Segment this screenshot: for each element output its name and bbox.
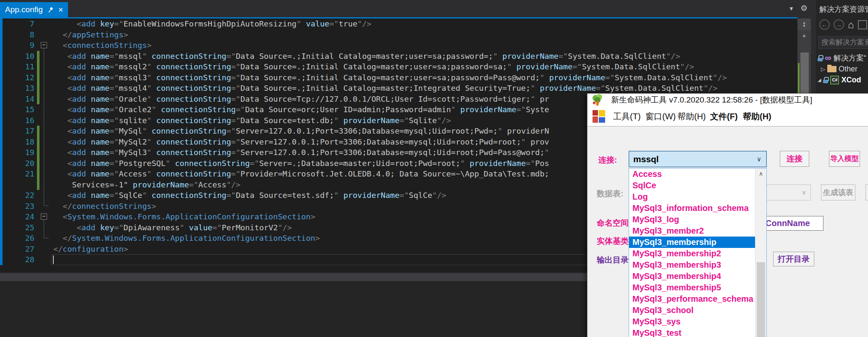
dropdown-item[interactable]: MySql3_membership4 bbox=[629, 271, 755, 282]
code-text: <add name="MySql2" connectionString="Ser… bbox=[53, 137, 549, 147]
fold-toggle bbox=[39, 244, 49, 255]
fold-guide-line bbox=[44, 48, 44, 206]
line-number[interactable]: 18 bbox=[0, 137, 34, 147]
code-line[interactable]: 8 </appSettings> bbox=[0, 29, 797, 40]
line-number[interactable]: 21 bbox=[0, 168, 34, 179]
code-text: <add name="mssql" connectionString="Data… bbox=[53, 51, 680, 62]
menu-tools[interactable]: 工具(T) bbox=[613, 106, 641, 126]
pin-icon[interactable] bbox=[47, 7, 54, 13]
document-dropdown-icon[interactable]: ▼ bbox=[789, 5, 794, 12]
dropdown-item[interactable]: Log bbox=[629, 191, 755, 203]
code-text: <add name="PostgreSQL" connectionString=… bbox=[53, 158, 549, 169]
line-number[interactable]: 13 bbox=[0, 83, 34, 94]
code-line[interactable]: 11 <add name="mssql2" connectionString="… bbox=[0, 61, 797, 72]
import-model-button[interactable]: 导入模型 bbox=[829, 151, 860, 167]
line-number[interactable]: 28 bbox=[0, 254, 34, 265]
search-input[interactable]: 搜索解决方案资源管理器 bbox=[818, 36, 868, 49]
dropdown-scrollbar[interactable]: ∧ bbox=[755, 168, 766, 337]
fold-toggle bbox=[39, 147, 49, 158]
code-line[interactable]: 7 <add key="EnableWindowsFormsHighDpiAut… bbox=[0, 18, 797, 29]
dialog-title-bar[interactable]: 新生命码神工具 v7.0.2020.322 12:58:26 - [数据模型工具… bbox=[587, 94, 868, 106]
line-number[interactable]: 9 bbox=[0, 40, 34, 51]
dropdown-scrollbar-thumb[interactable] bbox=[757, 262, 765, 337]
line-number[interactable] bbox=[0, 179, 34, 190]
splitter-handle-icon[interactable]: ↕ bbox=[797, 18, 811, 30]
line-number[interactable]: 15 bbox=[0, 104, 34, 115]
chevron-expanded-icon[interactable]: ◢ bbox=[818, 77, 821, 83]
line-number[interactable]: 17 bbox=[0, 126, 34, 137]
line-number[interactable]: 7 bbox=[0, 18, 34, 29]
code-line[interactable]: 12 <add name="mssql3" connectionString="… bbox=[0, 72, 797, 83]
table-combobox-disabled: ∨ bbox=[767, 184, 811, 200]
code-text: Services=-1" providerName="Access"/> bbox=[53, 179, 241, 190]
dropdown-item[interactable]: MySql3_log bbox=[629, 214, 755, 225]
dropdown-item[interactable]: MySql3_sys bbox=[629, 316, 755, 327]
dropdown-item[interactable]: MySql3_membership5 bbox=[629, 282, 755, 293]
code-line[interactable]: 9− <connectionStrings> bbox=[0, 40, 797, 51]
fold-toggle bbox=[39, 72, 49, 83]
code-text: <add name="Access" connectionString="Pro… bbox=[53, 168, 549, 179]
line-number[interactable]: 19 bbox=[0, 147, 34, 158]
back-icon[interactable]: ← bbox=[819, 19, 830, 30]
gear-icon[interactable]: ⚙ bbox=[800, 3, 808, 13]
line-number[interactable]: 16 bbox=[0, 115, 34, 126]
menu-window[interactable]: 窗口(W) bbox=[645, 106, 676, 126]
line-number[interactable]: 22 bbox=[0, 190, 34, 201]
line-number[interactable]: 8 bbox=[0, 29, 34, 40]
fold-guide-tick bbox=[44, 238, 49, 238]
tree-item-solution[interactable]: ∞ 解决方案“ bbox=[816, 53, 868, 63]
fold-toggle bbox=[39, 104, 49, 115]
line-number[interactable]: 27 bbox=[0, 244, 34, 255]
dropdown-item[interactable]: Access bbox=[629, 168, 755, 180]
line-number[interactable]: 14 bbox=[0, 94, 34, 105]
line-number[interactable]: 24 bbox=[0, 211, 34, 222]
generate-table-button: 生成该表 bbox=[821, 184, 855, 200]
dropdown-item[interactable]: MySql3_school bbox=[629, 305, 755, 316]
menu-help2[interactable]: 帮助(H) bbox=[743, 106, 771, 126]
fold-toggle bbox=[39, 158, 49, 169]
tree-item-xcode-project[interactable]: ◢ C# XCod bbox=[816, 74, 868, 85]
dropdown-item[interactable]: MySql3_membership bbox=[629, 237, 755, 248]
mdi-child-icon bbox=[593, 110, 605, 123]
dropdown-item[interactable]: SqlCe bbox=[629, 180, 755, 191]
home-icon[interactable]: ⌂ bbox=[848, 19, 854, 30]
dropdown-list: ∧ AccessSqlCeLogMySql3_information_schem… bbox=[629, 168, 767, 337]
line-number[interactable]: 12 bbox=[0, 72, 34, 83]
tab-app-config[interactable]: App.config × bbox=[0, 2, 68, 17]
line-number[interactable]: 20 bbox=[0, 158, 34, 169]
line-number[interactable]: 23 bbox=[0, 201, 34, 212]
code-line[interactable]: 13 <add name="mssql4" connectionString="… bbox=[0, 83, 797, 94]
dropdown-item[interactable]: MySql3_membership2 bbox=[629, 248, 755, 259]
tree-item-other-folder[interactable]: ▷ Other bbox=[816, 63, 868, 74]
code-text: <add name="MySql" connectionString="Serv… bbox=[53, 126, 549, 137]
dropdown-item[interactable]: MySql3_test bbox=[629, 327, 755, 337]
dropdown-item[interactable]: MySql3_member2 bbox=[629, 225, 755, 237]
fold-toggle[interactable]: − bbox=[41, 42, 47, 48]
dropdown-item[interactable]: MySql3_membership3 bbox=[629, 259, 755, 271]
code-text: <connectionStrings> bbox=[53, 40, 152, 51]
namespace-value: ConnName bbox=[766, 216, 810, 230]
menu-help[interactable]: 帮助(H) bbox=[677, 106, 706, 126]
dropdown-item[interactable]: MySql3_information_schema bbox=[629, 203, 755, 214]
toolbar-icon[interactable] bbox=[858, 20, 867, 29]
line-number[interactable]: 26 bbox=[0, 233, 34, 244]
chevron-down-icon[interactable]: ∨ bbox=[757, 151, 761, 167]
fold-toggle[interactable]: − bbox=[41, 213, 47, 220]
open-directory-button[interactable]: 打开目录 bbox=[773, 252, 814, 266]
close-icon[interactable]: × bbox=[58, 5, 63, 14]
line-number[interactable]: 11 bbox=[0, 61, 34, 72]
scroll-up-icon[interactable]: ∧ bbox=[755, 168, 766, 180]
tree-item-label: XCod bbox=[841, 76, 861, 84]
chevron-collapsed-icon[interactable]: ▷ bbox=[821, 66, 825, 72]
fold-toggle bbox=[39, 29, 49, 40]
line-number[interactable]: 10 bbox=[0, 51, 34, 62]
scroll-up-icon[interactable]: ▲ bbox=[797, 31, 811, 39]
connect-button[interactable]: 连接 bbox=[780, 151, 809, 167]
connection-combobox[interactable]: mssql ∨ bbox=[629, 151, 767, 167]
forward-icon[interactable]: → bbox=[834, 19, 844, 30]
code-line[interactable]: 10 <add name="mssql" connectionString="D… bbox=[0, 51, 797, 62]
dropdown-item[interactable]: MySql3_performance_schema bbox=[629, 293, 755, 305]
menu-file[interactable]: 文件(F) bbox=[710, 106, 738, 126]
change-bar bbox=[37, 40, 39, 51]
line-number[interactable]: 25 bbox=[0, 222, 34, 233]
